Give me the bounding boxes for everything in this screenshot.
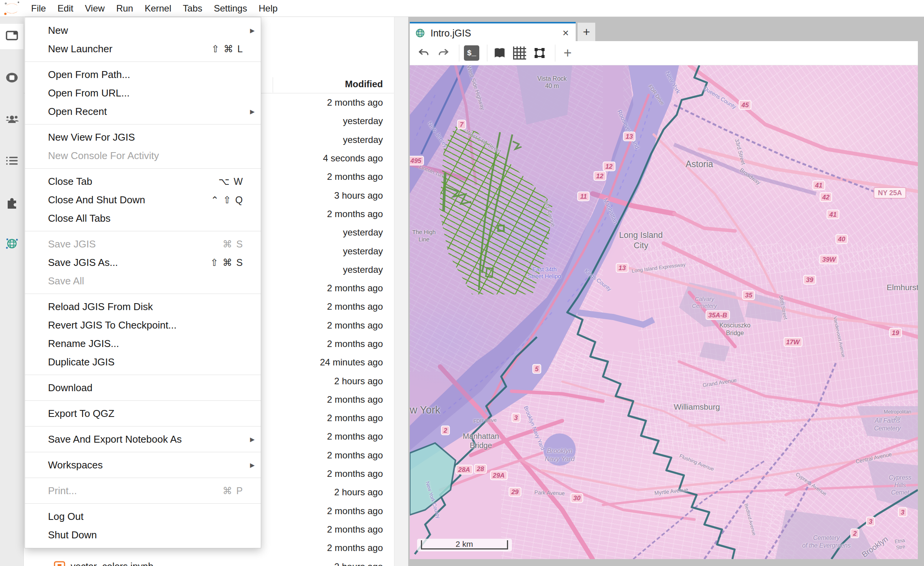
menu-item-open-from-path[interactable]: Open From Path... — [25, 65, 261, 84]
menu-divider — [25, 294, 261, 294]
file-modified-time: yesterday — [343, 116, 383, 126]
route-shield-ny-25a: NY 25A — [874, 187, 906, 199]
jgis-layers-icon[interactable] — [5, 237, 19, 251]
toolbar-separator — [459, 45, 459, 61]
menu-item-duplicate-jgis[interactable]: Duplicate JGIS — [25, 353, 261, 371]
menu-divider — [25, 168, 261, 169]
route-shield-13: 13 — [623, 132, 636, 141]
route-shield-39w: 39W — [820, 255, 838, 264]
menu-item-label: New Console For Activity — [48, 150, 159, 162]
menu-item-label: Close Tab — [48, 176, 92, 188]
menu-item-label: Reload JGIS From Disk — [48, 301, 153, 313]
file-list-scrollbar[interactable] — [394, 17, 408, 566]
route-shield-495: 495 — [410, 156, 424, 166]
menu-item-save-and-export-notebook-as[interactable]: Save And Export Notebook As▸ — [25, 430, 261, 448]
menu-item-shut-down[interactable]: Shut Down — [25, 526, 261, 544]
grid-layer-button[interactable] — [511, 45, 528, 61]
newtown-creek — [578, 312, 654, 325]
file-modified-time: 2 hours ago — [334, 487, 383, 498]
menu-item-workspaces[interactable]: Workspaces▸ — [25, 456, 261, 474]
menubar-item-file[interactable]: File — [25, 0, 52, 17]
menubar-item-kernel[interactable]: Kernel — [139, 0, 177, 17]
route-shield-42: 42 — [820, 193, 832, 202]
menu-item-label: Duplicate JGIS — [48, 356, 114, 368]
menu-item-export-to-qgz[interactable]: Export To QGZ — [25, 404, 261, 423]
scale-text: 2 km — [417, 539, 512, 549]
new-tab-button[interactable]: + — [578, 23, 595, 41]
add-layer-button[interactable]: + — [559, 45, 576, 61]
menu-divider — [25, 124, 261, 124]
menubar-item-run[interactable]: Run — [111, 0, 139, 17]
undo-button[interactable] — [415, 45, 432, 61]
map-label-vista-rock: Vista Rock 40 m — [537, 75, 566, 90]
menubar-item-settings[interactable]: Settings — [208, 0, 253, 17]
menu-item-label: Log Out — [48, 511, 84, 523]
menu-item-label: New Launcher — [48, 43, 113, 55]
menu-item-revert-jgis-to-checkpoint[interactable]: Revert JGIS To Checkpoint... — [25, 316, 261, 334]
file-modified-time: 2 months ago — [327, 431, 383, 442]
menubar-item-edit[interactable]: Edit — [52, 0, 79, 17]
file-modified-time: 2 months ago — [327, 506, 383, 516]
menu-item-label: Close And Shut Down — [48, 194, 145, 206]
file-modified-time: 2 months ago — [327, 524, 383, 535]
menu-item-shortcut: ⇧ ⌘ L — [211, 43, 243, 55]
menu-item-reload-jgis-from-disk[interactable]: Reload JGIS From Disk — [25, 297, 261, 316]
dock-panel: Intro.jGIS × + $_ — [408, 17, 924, 566]
file-modified-time: 2 months ago — [327, 468, 383, 479]
map-label-the-high: The High Line — [412, 229, 436, 243]
menubar-item-help[interactable]: Help — [253, 0, 283, 17]
tab-close-icon[interactable]: × — [563, 27, 569, 39]
console-button[interactable]: $_ — [463, 45, 480, 61]
left-sidebar — [0, 17, 24, 566]
vector-edit-button[interactable] — [531, 45, 548, 61]
file-row[interactable]: vector_colors.ipynb2 hours ago — [24, 557, 408, 566]
menu-item-open-recent[interactable]: Open Recent▸ — [25, 102, 261, 121]
menu-item-close-and-shut-down[interactable]: Close And Shut Down⌃ ⇧ Q — [25, 191, 261, 209]
tab-intro-jgis[interactable]: Intro.jGIS × — [410, 22, 576, 43]
menu-item-label: Save JGIS — [48, 238, 96, 250]
redo-button[interactable] — [435, 45, 452, 61]
menu-item-close-all-tabs[interactable]: Close All Tabs — [25, 209, 261, 227]
menu-item-shortcut: ⌃ ⇧ Q — [211, 194, 243, 206]
route-shield-5: 5 — [532, 364, 541, 374]
menu-item-shortcut: ⌥ W — [219, 176, 243, 187]
menu-item-rename-jgis[interactable]: Rename JGIS... — [25, 334, 261, 353]
menu-item-new-launcher[interactable]: New Launcher⇧ ⌘ L — [25, 40, 261, 58]
menu-item-label: Save And Export Notebook As — [48, 433, 182, 445]
collaboration-icon[interactable] — [5, 112, 19, 126]
map-canvas[interactable]: Vista Rock 40 mAstoriaLong Island CityWi… — [410, 65, 918, 559]
menu-item-new-view-for-jgis[interactable]: New View For JGIS — [25, 128, 261, 146]
map-label-williamsburg: Williamsburg — [674, 402, 720, 412]
file-modified-time: yesterday — [343, 134, 383, 145]
basemap-button[interactable] — [491, 45, 508, 61]
menubar-item-tabs[interactable]: Tabs — [177, 0, 208, 17]
notebook-file-icon — [54, 561, 65, 566]
menu-item-close-tab[interactable]: Close Tab⌥ W — [25, 172, 261, 191]
map-label-astoria: Astoria — [686, 159, 713, 169]
menubar-item-view[interactable]: View — [79, 0, 111, 17]
column-divider[interactable] — [273, 77, 273, 93]
map-label-long-island: Long Island City — [619, 230, 663, 251]
menu-item-log-out[interactable]: Log Out — [25, 507, 261, 526]
map-label-cemetery: Cemetery of the Evergreens — [802, 534, 851, 549]
menu-item-open-from-url[interactable]: Open From URL... — [25, 84, 261, 102]
menu-item-save-jgis-as[interactable]: Save JGIS As...⇧ ⌘ S — [25, 253, 261, 272]
file-browser-icon[interactable] — [5, 28, 19, 42]
map-label-calvary: Calvary Cemetery — [692, 295, 717, 310]
table-of-contents-icon[interactable] — [5, 154, 19, 168]
menu-item-shortcut: ⌘ S — [222, 239, 243, 250]
file-modified-time: 2 months ago — [327, 97, 383, 108]
file-modified-time: 2 months ago — [327, 320, 383, 331]
route-shield-3: 3 — [866, 517, 875, 526]
map-label-all-faiths: All Faiths Cemetery — [874, 417, 901, 432]
menu-item-download[interactable]: Download — [25, 378, 261, 397]
route-shield-17w: 17W — [783, 337, 802, 347]
route-shield-11: 11 — [578, 191, 590, 201]
extension-manager-icon[interactable] — [5, 195, 19, 209]
modified-column-header[interactable]: Modified — [345, 79, 383, 90]
tab-title: Intro.jGIS — [431, 28, 563, 39]
menu-item-new[interactable]: New▸ — [25, 21, 261, 40]
menu-item-label: New — [48, 25, 68, 37]
menu-divider — [25, 503, 261, 504]
running-kernels-icon[interactable] — [5, 71, 19, 85]
